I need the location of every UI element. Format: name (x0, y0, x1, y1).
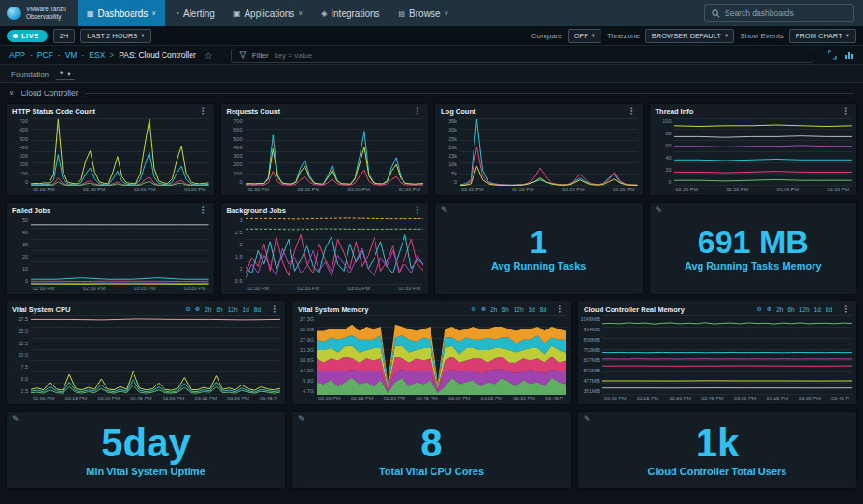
edit-pencil-icon[interactable]: ✎ (584, 414, 591, 424)
range-option-12h[interactable]: 12h (799, 306, 810, 313)
range-option-6h[interactable]: 6h (502, 306, 508, 313)
x-axis: 02:00 PM02:15 PM02:30 PM02:45 PM03:00 PM… (7, 395, 285, 404)
edit-pencil-icon[interactable]: ✎ (656, 205, 663, 215)
chart-panel-failed-jobs: Failed Jobs ⋮ 50403020100 02:00 PM02:30 … (6, 202, 215, 295)
chart-panel-vital-system-memory: Vital System Memory ⊖ ⊕ 2h 6h 12h 1d 8d … (291, 301, 572, 405)
kebab-menu-icon[interactable]: ⋮ (841, 304, 851, 314)
range-option-8d[interactable]: 8d (254, 306, 261, 313)
nav-item-browse[interactable]: ▤ Browse ∨ (389, 0, 459, 26)
edit-pencil-icon[interactable]: ✎ (298, 414, 305, 424)
dashboard-variables-bar: Foundation * ▾ (0, 65, 863, 83)
breadcrumb-link-vm[interactable]: VM (65, 50, 78, 60)
stat-value: 5day (101, 424, 191, 463)
x-axis: 02:00 PM02:15 PM02:30 PM02:45 PM03:00 PM… (578, 395, 856, 404)
browse-icon: ▤ (399, 9, 406, 18)
range-option-2h[interactable]: 2h (205, 306, 211, 313)
range-option-12h[interactable]: 12h (514, 306, 524, 313)
compare-dropdown[interactable]: OFF ▾ (568, 29, 601, 43)
stat-value: 1 (530, 226, 547, 258)
zoom-in-icon[interactable]: ⊕ (481, 305, 486, 313)
brand: VMware Tanzu Observability (7, 0, 66, 26)
zoom-in-icon[interactable]: ⊕ (195, 305, 200, 313)
kebab-menu-icon[interactable]: ⋮ (627, 106, 637, 116)
chart-plot[interactable] (31, 217, 209, 285)
breadcrumb-link-esx[interactable]: ESX (89, 50, 105, 60)
range-option-1d[interactable]: 1d (814, 306, 821, 313)
range-option-6h[interactable]: 6h (216, 306, 222, 313)
show-events-dropdown[interactable]: FROM CHART ▾ (789, 29, 856, 43)
show-events-label: Show Events (740, 32, 784, 40)
timezone-dropdown[interactable]: BROWSER DEFAULT ▾ (645, 29, 734, 43)
chart-plot[interactable] (246, 217, 424, 285)
range-option-1d[interactable]: 1d (529, 306, 535, 313)
chart-plot[interactable] (246, 118, 424, 186)
stat-label: Avg Running Tasks (491, 260, 586, 272)
range-option-12h[interactable]: 12h (228, 306, 238, 313)
nav-item-alerting[interactable]: ◔ Alerting (165, 0, 224, 26)
zoom-in-icon[interactable]: ⊕ (767, 305, 771, 313)
kebab-menu-icon[interactable]: ⋮ (198, 106, 208, 116)
chart-plot[interactable] (460, 118, 638, 186)
edit-pencil-icon[interactable]: ✎ (441, 205, 448, 215)
chevron-down-icon: ∨ (298, 9, 303, 17)
stat-value: 691 MB (698, 226, 809, 258)
x-axis: 02:00 PM02:30 PM03:00 PM03:30 PM (221, 186, 429, 195)
kebab-menu-icon[interactable]: ⋮ (412, 106, 422, 116)
y-axis: 7006005004003002001000 (223, 118, 246, 186)
chart-settings-icon[interactable] (844, 50, 854, 60)
kebab-menu-icon[interactable]: ⋮ (198, 205, 208, 215)
x-axis: 02:00 PM02:30 PM03:00 PM03:30 PM (435, 186, 643, 195)
caret-down-icon: ▾ (846, 32, 849, 39)
zoom-out-icon[interactable]: ⊖ (185, 305, 190, 313)
stat-panel-cloud-controller-total-users: ✎ 1k Cloud Controller Total Users (577, 411, 857, 489)
kebab-menu-icon[interactable]: ⋮ (412, 205, 422, 215)
range-option-2h[interactable]: 2h (776, 306, 783, 313)
range-option-1d[interactable]: 1d (243, 306, 249, 313)
chart-plot[interactable] (31, 118, 209, 186)
nav-item-integrations[interactable]: ◈ Integrations (312, 0, 389, 26)
range-option-2h[interactable]: 2h (490, 306, 497, 313)
chart-plot[interactable] (602, 315, 852, 395)
y-axis: 50403020100 (8, 217, 31, 285)
filter-label: Filter (252, 51, 269, 60)
stat-label: Cloud Controller Total Users (648, 466, 787, 477)
chart-title: HTTP Status Code Count (12, 107, 95, 116)
zoom-out-icon[interactable]: ⊖ (471, 305, 475, 313)
applications-icon: ▣ (233, 9, 241, 18)
expand-icon[interactable] (828, 50, 837, 60)
live-toggle[interactable]: LIVE (7, 30, 48, 42)
chevron-down-icon: ∨ (444, 9, 448, 17)
time-range-dropdown[interactable]: LAST 2 HOURS ▾ (80, 29, 150, 43)
range-option-8d[interactable]: 8d (826, 306, 832, 313)
chart-plot[interactable] (317, 315, 566, 395)
chart-time-controls: ⊖ ⊕ 2h 6h 12h 1d 8d (757, 305, 832, 313)
integrations-icon: ◈ (321, 9, 327, 18)
breadcrumb-link-pcf[interactable]: PCF (37, 50, 53, 60)
nav-item-dashboards[interactable]: ▦ Dashboards ∨ (78, 0, 165, 26)
favorite-star-icon[interactable]: ☆ (205, 50, 213, 61)
dashboard-grid: HTTP Status Code Count ⋮ 700600500400300… (0, 101, 863, 495)
stat-label: Min Vital System Uptime (86, 466, 205, 477)
chart-panel-background-jobs: Background Jobs ⋮ 32.521.510.5 02:00 PM0… (220, 202, 430, 295)
range-option-6h[interactable]: 6h (787, 306, 794, 313)
zoom-out-icon[interactable]: ⊖ (757, 305, 761, 313)
breadcrumb-link-app[interactable]: APP (9, 50, 25, 60)
chart-plot[interactable] (31, 315, 280, 395)
filter-input[interactable] (275, 51, 805, 60)
live-dot-icon (13, 34, 18, 38)
edit-pencil-icon[interactable]: ✎ (12, 414, 20, 424)
range-option-8d[interactable]: 8d (540, 306, 546, 313)
section-collapse-icon[interactable]: ∨ (9, 90, 14, 97)
kebab-menu-icon[interactable]: ⋮ (555, 304, 565, 314)
x-axis: 02:00 PM02:30 PM03:00 PM03:30 PM (221, 285, 429, 294)
foundation-select[interactable]: * ▾ (56, 68, 75, 80)
chart-plot[interactable] (674, 118, 853, 186)
y-axis: 32.521.510.5 (223, 217, 246, 285)
stat-value: 8 (420, 424, 442, 463)
search-input[interactable] (725, 8, 846, 18)
kebab-menu-icon[interactable]: ⋮ (841, 106, 851, 116)
range-short-button[interactable]: 2H (53, 29, 76, 43)
nav-item-applications[interactable]: ▣ Applications ∨ (224, 0, 312, 26)
kebab-menu-icon[interactable]: ⋮ (269, 304, 279, 314)
section-header: ∨ Cloud Controller (0, 83, 863, 101)
